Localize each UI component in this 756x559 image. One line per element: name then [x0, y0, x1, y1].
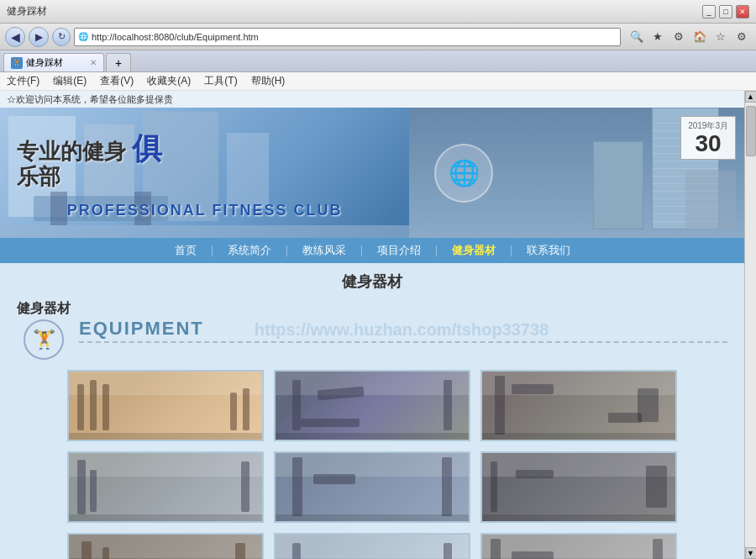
nav-about[interactable]: 系统简介 — [218, 238, 281, 263]
tab-close-button[interactable]: ✕ — [90, 58, 97, 67]
home-button[interactable]: 🏠 — [690, 28, 709, 46]
banner-kanji: 俱 — [132, 131, 162, 166]
toolbar-icons: 🔍 ★ ⚙ 🏠 ☆ ⚙ — [627, 28, 751, 46]
banner-equip-4 — [227, 133, 269, 208]
title-bar: 健身踩材 _ □ ✕ — [0, 0, 756, 24]
banner-right: 🌐 2019年3月 30 — [409, 108, 744, 238]
nav-contact[interactable]: 联系我们 — [517, 238, 580, 263]
gym-image-9 — [482, 535, 675, 559]
nav-home[interactable]: 首页 — [165, 238, 207, 263]
maximize-button[interactable]: □ — [719, 5, 732, 18]
menu-edit[interactable]: 编辑(E) — [50, 74, 90, 88]
equipment-item-2[interactable] — [274, 370, 470, 441]
nav-coaches[interactable]: 教练风采 — [292, 238, 356, 263]
browser-content-area: ☆欢迎访问本系统，希望各位能多提保贵 专业的健身 俱 — [0, 91, 756, 559]
scroll-thumb[interactable] — [746, 106, 756, 156]
gym-image-8 — [276, 535, 469, 559]
equipment-item-7[interactable] — [67, 533, 264, 559]
back-button[interactable]: ◀ — [5, 27, 25, 47]
equipment-item-6[interactable] — [480, 451, 677, 523]
menu-favorites[interactable]: 收藏夹(A) — [144, 74, 194, 88]
gym-image-3 — [482, 372, 675, 440]
date-badge: 2019年3月 30 — [680, 116, 736, 160]
title-text: 健身踩材 — [7, 4, 699, 18]
tab-favicon: 🏋 — [11, 57, 23, 69]
forward-button[interactable]: ▶ — [29, 27, 49, 47]
equipment-item-4[interactable] — [67, 451, 264, 523]
section-en-title-container: EQUIPMENT — [79, 318, 727, 343]
menu-tools[interactable]: 工具(T) — [201, 74, 240, 88]
minimize-button[interactable]: _ — [702, 5, 716, 18]
nav-programs[interactable]: 项目介绍 — [367, 238, 431, 263]
address-text: http://localhost:8080/club/Equipment.htm — [92, 32, 617, 42]
address-bar[interactable]: 🌐 http://localhost:8080/club/Equipment.h… — [74, 28, 621, 46]
star-button[interactable]: ☆ — [711, 28, 730, 46]
menu-help[interactable]: 帮助(H) — [248, 74, 289, 88]
site-nav: 首页 ｜ 系统简介 ｜ 教练风采 ｜ 项目介绍 ｜ 健身器材 ｜ 联系我们 — [0, 238, 744, 263]
menu-bar: 文件(F) 编辑(E) 查看(V) 收藏夹(A) 工具(T) 帮助(H) — [0, 72, 756, 91]
tab-label: 健身踩材 — [26, 56, 63, 69]
marquee-text: ☆欢迎访问本系统，希望各位能多提保贵 — [7, 93, 173, 106]
person-silhouette — [685, 171, 736, 229]
gym-image-2 — [276, 372, 469, 440]
equipment-item-1[interactable] — [67, 370, 264, 441]
gym-image-6 — [482, 453, 675, 521]
nav-equipment[interactable]: 健身器材 — [442, 238, 506, 263]
settings-button[interactable]: ⚙ — [669, 28, 688, 46]
equipment-item-5[interactable] — [274, 451, 470, 523]
new-tab-button[interactable]: + — [106, 53, 131, 71]
section-title-cn: 健身器材 — [342, 273, 402, 290]
refresh-button[interactable]: ↻ — [52, 28, 71, 46]
banner-en-container: PROFESSIONAL FITNESS CLUB — [4, 202, 405, 219]
search-button[interactable]: 🔍 — [627, 28, 646, 46]
equipment-item-8[interactable] — [274, 533, 470, 559]
browser-tabs: 🏋 健身踩材 ✕ + — [0, 50, 756, 72]
section-label: 健身器材 — [17, 300, 71, 318]
section-header: 健身器材 — [17, 272, 727, 292]
main-content: 健身器材 健身器材 🏋 https://www.huzhan.com/tshop… — [0, 263, 744, 559]
banner-cn-2: 乐部 — [17, 164, 60, 189]
equipment-grid — [17, 370, 727, 559]
close-button[interactable]: ✕ — [736, 5, 749, 18]
section-icon-area: 健身器材 🏋 — [17, 300, 71, 360]
scroll-down-button[interactable]: ▼ — [745, 547, 757, 559]
section-icon: 🏋 — [24, 319, 64, 360]
address-icon: 🌐 — [78, 32, 88, 41]
gym-image-7 — [69, 535, 262, 559]
gym-image-5 — [276, 453, 469, 521]
banner-cn-1: 专业的健身 — [17, 139, 132, 164]
tools-button[interactable]: ⚙ — [732, 28, 751, 46]
section-title-row: 健身器材 🏋 https://www.huzhan.com/tshop33738… — [17, 300, 727, 360]
nav-bar: ◀ ▶ ↻ 🌐 http://localhost:8080/club/Equip… — [0, 24, 756, 50]
banner: 专业的健身 俱 乐部 PROFESSIONAL FITNESS CLUB 🌐 — [0, 108, 744, 238]
globe-logo: 🌐 — [434, 144, 493, 203]
marquee-bar: ☆欢迎访问本系统，希望各位能多提保贵 — [0, 91, 744, 108]
banner-cn-text-2: 乐部 — [17, 162, 60, 192]
page-content: ☆欢迎访问本系统，希望各位能多提保贵 专业的健身 俱 — [0, 91, 744, 559]
building-side — [593, 141, 643, 229]
banner-left: 专业的健身 俱 乐部 PROFESSIONAL FITNESS CLUB — [0, 108, 409, 238]
banner-en-text: PROFESSIONAL FITNESS CLUB — [67, 202, 343, 219]
scroll-up-button[interactable]: ▲ — [745, 91, 757, 103]
equipment-item-9[interactable] — [480, 533, 677, 559]
favorites-button[interactable]: ★ — [648, 28, 667, 46]
banner-floor — [0, 225, 409, 238]
menu-view[interactable]: 查看(V) — [97, 74, 137, 88]
tab-active[interactable]: 🏋 健身踩材 ✕ — [3, 53, 104, 71]
equipment-item-3[interactable] — [480, 370, 677, 441]
gym-image-4 — [69, 453, 262, 521]
gym-image-1 — [69, 372, 262, 440]
section-title-en: EQUIPMENT — [79, 318, 204, 339]
date-day: 30 — [688, 132, 728, 156]
menu-file[interactable]: 文件(F) — [3, 74, 43, 88]
scrollbar-right: ▲ ▼ — [744, 91, 756, 559]
